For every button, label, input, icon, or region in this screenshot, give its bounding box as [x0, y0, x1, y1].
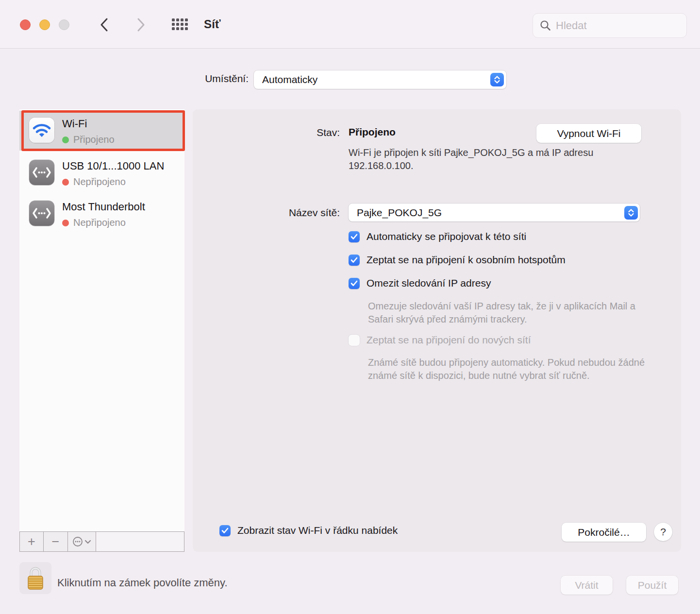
sidebar-controls-spacer	[96, 531, 184, 552]
checkbox-auto-join[interactable]: Automaticky se připojovat k této síti	[349, 231, 526, 242]
location-label: Umístění:	[141, 73, 249, 85]
network-name-label: Název sítě:	[193, 207, 340, 219]
location-value: Automaticky	[262, 74, 490, 85]
close-button[interactable]	[20, 19, 31, 30]
status-description: Wi-Fi je připojen k síti Pajke_POKOJ_5G …	[349, 146, 645, 172]
lock-hint-text: Kliknutím na zámek povolíte změny.	[57, 577, 228, 589]
network-name-value: Pajke_POKOJ_5G	[357, 207, 624, 219]
help-button[interactable]: ?	[654, 523, 672, 541]
forward-button[interactable]	[132, 16, 150, 34]
wifi-icon	[29, 118, 54, 143]
window-toolbar: Síť	[0, 0, 700, 49]
search-input[interactable]	[556, 19, 680, 32]
ellipsis-circle-chevron-icon	[72, 536, 92, 547]
sidebar-item-wifi[interactable]: Wi-Fi Připojeno	[19, 111, 184, 151]
chevron-left-icon	[99, 17, 110, 32]
sidebar-item-usb-lan[interactable]: USB 10/1...1000 LAN Nepřipojeno	[19, 153, 184, 193]
turn-off-wifi-button[interactable]: Vypnout Wi-Fi	[536, 124, 641, 143]
limit-ip-description: Omezuje sledování vaší IP adresy tak, že…	[368, 300, 652, 326]
search-icon	[540, 20, 551, 31]
service-name: Most Thunderbolt	[62, 201, 145, 213]
lock-button[interactable]	[19, 562, 51, 594]
service-status: Nepřipojeno	[73, 217, 126, 228]
status-value: Připojeno	[349, 126, 396, 138]
status-dot-disconnected	[62, 179, 69, 186]
checkbox-ask-new-networks: Zeptat se na připojení do nových sítí	[349, 334, 531, 346]
minimize-button[interactable]	[39, 19, 50, 30]
service-name: Wi-Fi	[62, 118, 87, 130]
checkbox-checked-icon	[349, 255, 360, 266]
add-service-button[interactable]: +	[19, 531, 44, 552]
ethernet-icon	[29, 160, 54, 185]
search-field[interactable]	[533, 13, 687, 38]
back-button[interactable]	[96, 16, 113, 34]
service-status: Připojeno	[73, 134, 115, 145]
checkbox-show-wifi-menubar[interactable]: Zobrazit stav Wi-Fi v řádku nabídek	[219, 525, 398, 536]
apply-button[interactable]: Použít	[626, 576, 678, 595]
service-name: USB 10/1...1000 LAN	[62, 160, 164, 172]
sidebar-controls: + −	[19, 531, 184, 552]
checkbox-checked-icon	[219, 525, 231, 536]
checkbox-unchecked-icon	[349, 335, 360, 346]
checkbox-limit-ip-tracking[interactable]: Omezit sledování IP adresy	[349, 277, 491, 289]
new-networks-description: Známé sítě budou připojeny automaticky. …	[368, 356, 649, 383]
stepper-icon	[490, 73, 504, 86]
stepper-icon	[624, 206, 638, 220]
status-label: Stav:	[193, 127, 340, 138]
location-select[interactable]: Automaticky	[254, 70, 506, 89]
checkbox-checked-icon	[349, 278, 360, 289]
checkbox-ask-hotspots[interactable]: Zeptat se na připojení k osobním hotspot…	[349, 254, 566, 266]
revert-button[interactable]: Vrátit	[561, 576, 613, 595]
checkbox-checked-icon	[349, 231, 360, 242]
advanced-button[interactable]: Pokročilé…	[562, 523, 646, 542]
remove-service-button[interactable]: −	[43, 531, 68, 552]
wifi-settings-pane: Stav: Připojeno Vypnout Wi-Fi Wi-Fi je p…	[193, 109, 681, 552]
show-all-grid-button[interactable]	[172, 18, 188, 30]
network-name-select[interactable]: Pajke_POKOJ_5G	[349, 204, 640, 222]
service-status: Nepřipojeno	[73, 176, 126, 188]
ethernet-icon	[29, 201, 54, 226]
more-actions-button[interactable]	[67, 531, 96, 552]
sidebar-item-thunderbolt-bridge[interactable]: Most Thunderbolt Nepřipojeno	[19, 194, 184, 234]
window-title: Síť	[204, 17, 221, 31]
services-sidebar: Wi-Fi Připojeno USB 10/1...1000 LAN Nepř…	[19, 109, 184, 531]
status-dot-connected	[62, 136, 69, 143]
zoom-button[interactable]	[59, 19, 69, 30]
lock-icon	[26, 566, 45, 590]
status-dot-disconnected	[62, 220, 69, 226]
chevron-right-icon	[135, 17, 146, 32]
